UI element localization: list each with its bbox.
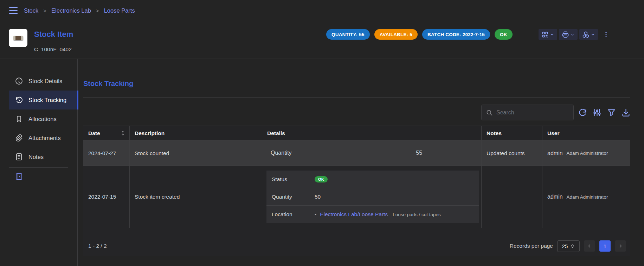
adjustments-icon[interactable] [592,108,602,117]
page-size-select[interactable]: 25 [557,240,580,252]
cell-details: Status OK Quantity 50 Location - Electr [262,166,482,228]
packages-cubes-icon [582,31,590,38]
sidebar-item-notes[interactable]: Notes [9,147,78,166]
username: admin [547,194,563,200]
notes-document-icon [15,153,23,161]
sidebar-item-label: Attachments [28,135,61,141]
detail-label: Quantity [271,150,292,156]
chevron-left-icon [587,243,592,249]
print-actions-button[interactable] [559,29,578,40]
column-header-user: User [542,126,630,140]
ok-status-badge: OK [495,29,513,40]
filter-icon[interactable] [607,108,616,117]
breadcrumb-separator: > [43,8,46,14]
cell-date: 2022-07-15 [83,166,130,228]
sidebar-item-attachments[interactable]: Attachments [9,128,78,147]
location-description: Loose parts / cut tapes [393,212,441,217]
breadcrumb-link-loose-parts[interactable]: Loose Parts [104,7,135,14]
cell-description: Stock counted [130,141,262,166]
chevron-right-icon [618,243,623,249]
page-title: Stock Item [34,30,73,39]
stock-tracking-table: Date Description Details Notes User 2024… [83,126,630,256]
cell-notes: Updated counts [482,141,542,166]
menu-hamburger-icon[interactable] [9,7,18,14]
ok-status-badge: OK [315,176,328,182]
sidebar-item-label: Notes [28,154,44,160]
panel-title: Stock Tracking [83,80,133,88]
sidebar-divider [9,167,68,168]
column-header-details: Details [262,126,482,140]
page-button-1[interactable]: 1 [599,240,611,252]
detail-subtable: Status OK Quantity 50 Location - Electr [266,171,479,223]
location-prefix: - [315,211,316,218]
part-thumbnail[interactable] [9,29,27,47]
sidebar-collapse-icon[interactable] [15,172,23,181]
panel-divider [83,97,630,98]
header-divider [0,59,644,59]
location-link[interactable]: Electronics Lab/Loose Parts [320,211,388,218]
breadcrumb-link-electronics-lab[interactable]: Electronics Lab [51,7,91,14]
detail-label: Location [272,211,315,218]
stock-operations-button[interactable] [579,29,598,40]
table-footer: 1 - 2 / 2 Records per page 25 1 [83,236,630,256]
cell-description: Stock item created [130,166,262,228]
history-icon [15,96,23,104]
breadcrumb-separator: > [96,8,99,14]
column-header-notes: Notes [482,126,542,140]
detail-value: 55 [416,150,422,156]
sidebar-item-label: Allocations [28,116,57,122]
refresh-icon[interactable] [578,108,587,117]
detail-label: Quantity [272,194,315,200]
table-search [481,105,574,120]
sidebar-item-stock-details[interactable]: Stock Details [9,72,78,91]
table-header-row: Date Description Details Notes User [83,126,630,141]
table-toolbar [578,108,631,117]
cell-date: 2024-07-27 [83,141,130,166]
part-name: C_100nF_0402 [34,46,72,53]
cell-user: admin Adam Administrator [542,141,630,166]
sidebar-item-label: Stock Tracking [28,97,66,104]
status-badges: QUANTITY: 55 AVAILABLE: 5 BATCH CODE: 20… [326,29,513,40]
detail-value: 50 [315,194,321,200]
download-icon[interactable] [621,108,631,117]
sidebar-item-label: Stock Details [28,78,62,85]
sort-icon[interactable] [120,130,126,136]
breadcrumb-link-stock[interactable]: Stock [24,7,38,14]
detail-row-location: Location - Electronics Lab/Loose Parts L… [266,206,479,223]
chevron-down-icon [570,32,575,37]
cell-details: Quantity 55 [262,141,482,166]
selector-updown-icon [570,244,575,248]
next-page-button[interactable] [615,240,626,252]
table-row[interactable]: 2024-07-27 Stock counted Quantity 55 Upd… [83,141,630,166]
cell-user: admin Adam Administrator [542,166,630,228]
user-fullname: Adam Administrator [567,194,608,200]
quantity-badge: QUANTITY: 55 [326,29,370,40]
user-fullname: Adam Administrator [567,151,608,156]
breadcrumb: Stock > Electronics Lab > Loose Parts [24,7,135,14]
search-icon [486,109,493,116]
sidebar-item-allocations[interactable]: Allocations [9,109,78,128]
cell-notes [482,166,542,228]
previous-page-button[interactable] [584,240,595,252]
available-badge: AVAILABLE: 5 [374,29,418,40]
batch-code-badge: BATCH CODE: 2022-7-15 [422,29,490,40]
more-options-dots-icon[interactable] [602,29,610,39]
detail-row-status: Status OK [266,171,479,188]
username: admin [547,150,563,157]
capacitor-image [13,36,23,40]
stock-item-page: Stock > Electronics Lab > Loose Parts St… [0,0,644,266]
qr-code-icon [541,31,549,38]
column-header-date[interactable]: Date [83,126,130,140]
search-input[interactable] [496,109,569,116]
barcode-actions-button[interactable] [539,29,557,40]
records-per-page-label: Records per page [510,243,553,249]
column-header-description: Description [130,126,262,140]
printer-icon [562,31,569,38]
sidebar-item-stock-tracking[interactable]: Stock Tracking [9,91,78,109]
bookmark-icon [15,115,23,123]
header-actions [539,29,598,40]
table-row[interactable]: 2022-07-15 Stock item created Status OK … [83,166,630,228]
detail-row-quantity: Quantity 50 [266,188,479,206]
chevron-down-icon [550,32,554,37]
chevron-down-icon [591,32,595,37]
